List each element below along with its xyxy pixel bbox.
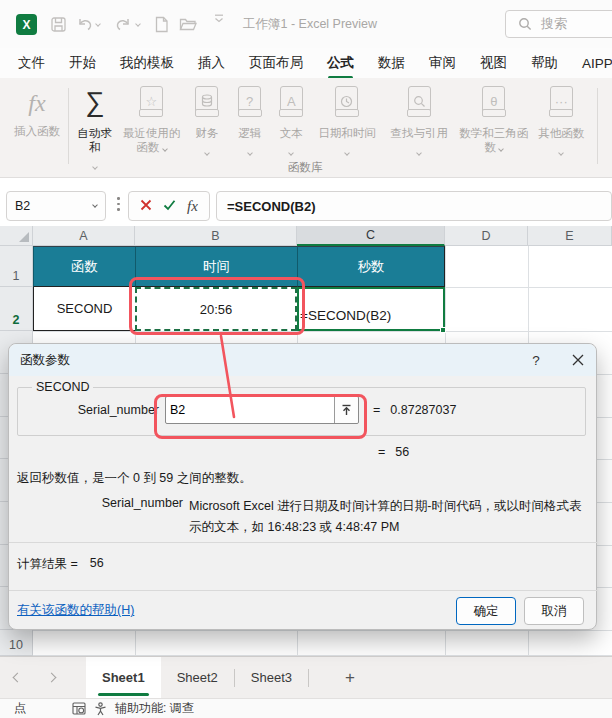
enter-entry-icon[interactable] [163, 197, 176, 215]
ribbon-tab-bar: 文件 开始 我的模板 插入 页面布局 公式 数据 审阅 视图 帮助 AIPPT [0, 48, 612, 78]
select-all-corner[interactable] [0, 226, 33, 246]
row-header-2[interactable]: 2 [0, 287, 33, 331]
equals-sign: = [373, 403, 380, 417]
cell-c1[interactable]: 秒数 [297, 246, 445, 287]
search-icon [518, 17, 532, 31]
ellipsis-book-icon: ··· [550, 86, 573, 116]
equals-sign: = [378, 445, 385, 459]
text-functions-button[interactable]: A 文本 [270, 86, 312, 165]
result-label: 计算结果 = [17, 556, 78, 573]
ok-button[interactable]: 确定 [456, 597, 516, 625]
sheet-tab-sheet3[interactable]: Sheet3 [235, 657, 308, 698]
letter-a-book-icon: A [280, 86, 303, 116]
tab-data[interactable]: 数据 [378, 54, 405, 72]
fill-handle[interactable] [440, 327, 446, 333]
autosum-button[interactable]: ∑ 自动求和 [72, 86, 118, 165]
search-box[interactable]: 搜索 [505, 10, 612, 38]
more-functions-button[interactable]: ··· 其他函数 [530, 86, 592, 165]
recent-functions-button[interactable]: ☆ 最近使用的函数 [118, 86, 185, 165]
lookup-reference-button[interactable]: 查找与引用 [382, 86, 457, 165]
insert-function-fx-icon[interactable]: fx [187, 198, 198, 215]
serial-number-input-wrap [165, 396, 359, 424]
sheet-nav-right-icon[interactable] [34, 657, 68, 698]
customize-quick-access-icon[interactable] [214, 14, 224, 34]
name-box-dropdown-icon[interactable] [92, 202, 98, 208]
dialog-divider [9, 542, 598, 543]
cell-a2[interactable]: SECOND [33, 287, 136, 331]
add-sheet-button[interactable]: + [327, 657, 373, 698]
question-book-icon: ? [238, 86, 261, 116]
argument-help-row: Serial_number Microsoft Excel 进行日期及时间计算的… [17, 496, 591, 538]
function-help-link[interactable]: 有关该函数的帮助(H) [17, 602, 134, 619]
cancel-entry-icon[interactable] [140, 197, 152, 215]
cell-mode-indicator: 点 [14, 700, 44, 717]
star-book-icon: ☆ [140, 86, 163, 116]
sigma-icon: ∑ [85, 86, 104, 118]
excel-logo-icon: X [16, 14, 37, 35]
financial-functions-button[interactable]: 财务 [185, 86, 229, 165]
dialog-help-button[interactable]: ? [523, 349, 549, 371]
status-bar: 点 辅助功能: 调查 [0, 698, 612, 718]
row-header-10[interactable]: 10 [0, 630, 33, 656]
function-group-box: SECOND Serial_number = 0.87287037 [17, 380, 586, 436]
name-box[interactable]: B2 [6, 191, 106, 221]
serial-number-input[interactable] [166, 397, 334, 423]
tab-home[interactable]: 开始 [69, 54, 96, 72]
macro-record-icon[interactable] [72, 702, 86, 715]
redo-dropdown-icon[interactable] [136, 14, 140, 34]
function-library-group-label: 函数库 [250, 160, 360, 175]
column-header-a[interactable]: A [33, 226, 135, 246]
cell-c2-active[interactable]: =SECOND(B2) [297, 287, 445, 331]
close-icon [572, 354, 584, 366]
cell-a1[interactable]: 函数 [33, 246, 135, 287]
dialog-close-button[interactable] [565, 349, 591, 371]
ribbon-separator [597, 88, 598, 164]
accessibility-person-icon[interactable] [94, 702, 107, 716]
date-time-functions-button[interactable]: 日期和时间 [312, 86, 381, 165]
redo-icon[interactable] [114, 14, 132, 34]
tab-aippt[interactable]: AIPPT [582, 56, 612, 71]
undo-icon[interactable] [76, 14, 94, 34]
formula-bar-grip [117, 197, 120, 211]
collapse-arrow-icon [341, 404, 352, 416]
new-document-icon[interactable] [154, 14, 169, 34]
coins-book-icon [195, 86, 218, 116]
tab-page-layout[interactable]: 页面布局 [249, 54, 303, 72]
cancel-button[interactable]: 取消 [524, 597, 584, 625]
column-header-e[interactable]: E [528, 226, 612, 246]
tab-view[interactable]: 视图 [480, 54, 507, 72]
tab-my-templates[interactable]: 我的模板 [120, 54, 174, 72]
tab-help[interactable]: 帮助 [531, 54, 558, 72]
result-value: 56 [90, 556, 104, 573]
undo-dropdown-icon[interactable] [96, 14, 100, 34]
search-placeholder: 搜索 [541, 15, 567, 33]
open-folder-icon[interactable] [179, 14, 198, 34]
insert-function-button[interactable]: fx 插入函数 [10, 90, 64, 139]
save-icon[interactable] [50, 14, 67, 34]
formula-bar: B2 fx =SECOND(B2) [0, 179, 612, 226]
sheet-tab-sheet1[interactable]: Sheet1 [86, 657, 161, 698]
collapse-dialog-button[interactable] [334, 397, 358, 423]
column-header-b[interactable]: B [135, 226, 297, 246]
math-trig-functions-button[interactable]: θ 数学和三角函数 [457, 86, 530, 165]
sheet-nav-left-icon[interactable] [0, 657, 34, 698]
tab-insert[interactable]: 插入 [198, 54, 225, 72]
row-header-1[interactable]: 1 [0, 246, 33, 287]
cell-b2-marching-ants[interactable]: 20:56 [135, 287, 297, 331]
function-arguments-dialog: 函数参数 ? SECOND Serial_number [8, 343, 597, 630]
tab-file[interactable]: 文件 [18, 54, 45, 72]
function-name-label: SECOND [32, 380, 93, 394]
ribbon-separator [68, 88, 69, 164]
logical-functions-button[interactable]: ? 逻辑 [229, 86, 271, 165]
column-header-c[interactable]: C [297, 226, 445, 246]
column-header-d[interactable]: D [445, 226, 528, 246]
tab-formulas[interactable]: 公式 [327, 54, 354, 72]
dialog-title-bar[interactable]: 函数参数 [9, 344, 596, 376]
serial-number-help-label: Serial_number [17, 496, 183, 538]
tab-review[interactable]: 审阅 [429, 54, 456, 72]
sheet-tab-sheet2[interactable]: Sheet2 [161, 657, 234, 698]
magnifier-book-icon [408, 86, 431, 116]
clock-book-icon [335, 86, 358, 116]
formula-input[interactable]: =SECOND(B2) [216, 191, 612, 221]
cell-b1[interactable]: 时间 [135, 246, 297, 287]
